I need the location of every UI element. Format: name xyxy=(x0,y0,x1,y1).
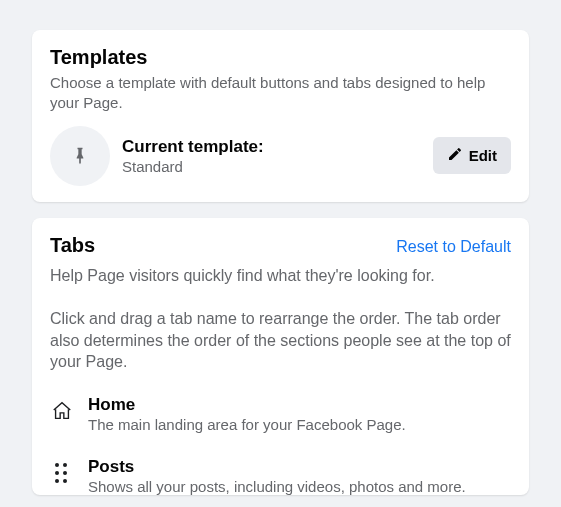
reset-to-default-link[interactable]: Reset to Default xyxy=(396,238,511,256)
tab-description: Shows all your posts, including videos, … xyxy=(88,478,511,495)
tab-name: Posts xyxy=(88,457,511,477)
templates-title: Templates xyxy=(50,46,511,69)
tabs-instruction: Click and drag a tab name to rearrange t… xyxy=(50,308,511,373)
tab-item-posts[interactable]: Posts Shows all your posts, including vi… xyxy=(50,457,511,495)
templates-subtitle: Choose a template with default buttons a… xyxy=(50,73,511,114)
tabs-title: Tabs xyxy=(50,234,95,257)
edit-button[interactable]: Edit xyxy=(433,137,511,174)
home-icon xyxy=(50,399,74,423)
tab-description: The main landing area for your Facebook … xyxy=(88,416,511,433)
tabs-card: Tabs Reset to Default Help Page visitors… xyxy=(32,218,529,495)
templates-card: Templates Choose a template with default… xyxy=(32,30,529,202)
edit-button-label: Edit xyxy=(469,147,497,164)
pin-icon xyxy=(50,126,110,186)
current-template-label: Current template: xyxy=(122,137,421,157)
pencil-icon xyxy=(447,146,463,165)
current-template-row: Current template: Standard Edit xyxy=(50,126,511,186)
tab-name: Home xyxy=(88,395,511,415)
drag-handle-icon[interactable] xyxy=(50,461,74,485)
tabs-header: Tabs Reset to Default xyxy=(50,234,511,261)
tabs-description: Help Page visitors quickly find what the… xyxy=(50,265,511,287)
tab-content: Home The main landing area for your Face… xyxy=(88,395,511,433)
tab-item-home[interactable]: Home The main landing area for your Face… xyxy=(50,395,511,433)
tab-content: Posts Shows all your posts, including vi… xyxy=(88,457,511,495)
template-info: Current template: Standard xyxy=(122,137,421,175)
current-template-value: Standard xyxy=(122,158,421,175)
